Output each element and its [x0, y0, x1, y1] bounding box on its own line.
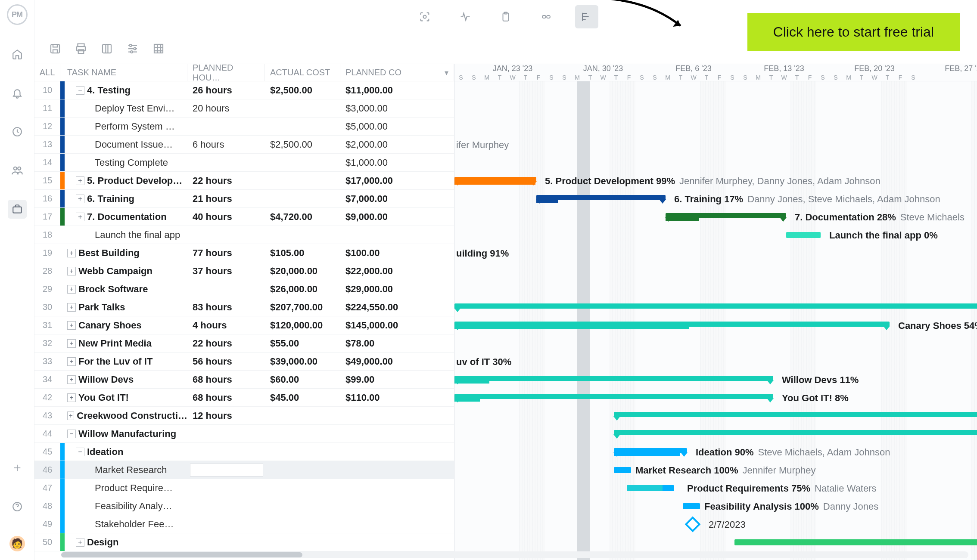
summary-bar[interactable]	[536, 195, 666, 200]
task-cell[interactable]: − Ideation	[65, 443, 187, 461]
task-cell[interactable]: Product Require…	[65, 479, 187, 497]
task-cell[interactable]: + Best Building	[65, 244, 187, 262]
actual-cost-cell[interactable]: $60.00	[265, 371, 340, 388]
table-row[interactable]: 14 Testing Complete $1,000.00	[34, 154, 454, 172]
task-cell[interactable]: + For the Luv of IT	[65, 353, 187, 370]
table-row[interactable]: 18 Launch the final app	[34, 226, 454, 244]
planned-cost-cell[interactable]	[340, 461, 418, 479]
gantt-chart[interactable]: JAN, 23 '23JAN, 30 '23FEB, 6 '23FEB, 13 …	[454, 64, 977, 560]
table-row[interactable]: 42 + You Got IT! 68 hours $45.00 $110.00	[34, 389, 454, 407]
table-row[interactable]: 44 − Willow Manufacturing	[34, 425, 454, 443]
column-planned-cost[interactable]: PLANNED CO▾	[340, 64, 454, 81]
collapse-icon[interactable]: −	[76, 86, 84, 95]
print-button[interactable]	[72, 40, 90, 57]
filter-button[interactable]	[124, 40, 141, 57]
task-bar[interactable]	[683, 503, 700, 509]
planned-cost-cell[interactable]	[340, 479, 418, 497]
task-cell[interactable]: Market Research	[65, 461, 187, 479]
start-trial-button[interactable]: Click here to start free trial	[747, 13, 960, 51]
summary-bar[interactable]	[614, 448, 687, 453]
actual-cost-cell[interactable]: $45.00	[265, 389, 340, 406]
expand-icon[interactable]: +	[76, 213, 84, 221]
edit-input[interactable]	[190, 464, 263, 476]
planned-hours-cell[interactable]	[187, 118, 265, 135]
task-cell[interactable]: Feasibility Analy…	[65, 497, 187, 515]
task-cell[interactable]: + You Got IT!	[65, 389, 187, 406]
user-avatar[interactable]: 🧑	[9, 536, 25, 551]
planned-cost-cell[interactable]: $99.00	[340, 371, 418, 388]
planned-cost-cell[interactable]: $3,000.00	[340, 99, 418, 117]
planned-hours-cell[interactable]: 77 hours	[187, 244, 265, 262]
planned-hours-cell[interactable]: 22 hours	[187, 172, 265, 189]
task-bar[interactable]	[627, 485, 674, 491]
task-cell[interactable]: + 5. Product Develop…	[65, 172, 187, 189]
actual-cost-cell[interactable]	[265, 99, 340, 117]
planned-hours-cell[interactable]: 37 hours	[187, 262, 265, 280]
actual-cost-cell[interactable]	[265, 515, 340, 533]
save-button[interactable]	[47, 40, 64, 57]
table-row[interactable]: 12 Perform System … $5,000.00	[34, 118, 454, 136]
planned-cost-cell[interactable]: $100.00	[340, 244, 418, 262]
actual-cost-cell[interactable]	[265, 172, 340, 189]
planned-hours-cell[interactable]: 83 hours	[187, 298, 265, 316]
nav-add[interactable]	[8, 458, 27, 477]
table-row[interactable]: 16 + 6. Training 21 hours $7,000.00	[34, 190, 454, 208]
planned-cost-cell[interactable]: $9,000.00	[340, 208, 418, 226]
expand-icon[interactable]: +	[76, 176, 84, 185]
expand-icon[interactable]: +	[67, 375, 76, 384]
planned-cost-cell[interactable]: $1,000.00	[340, 154, 418, 171]
planned-hours-cell[interactable]: 20 hours	[187, 99, 265, 117]
nav-portfolio[interactable]	[8, 200, 27, 219]
actual-cost-cell[interactable]	[265, 154, 340, 171]
task-cell[interactable]: Testing Complete	[65, 154, 187, 171]
actual-cost-cell[interactable]	[265, 407, 340, 424]
planned-hours-cell[interactable]	[187, 443, 265, 461]
planned-hours-cell[interactable]: 56 hours	[187, 353, 265, 370]
planned-cost-cell[interactable]: $11,000.00	[340, 81, 418, 99]
expand-icon[interactable]: +	[67, 285, 76, 294]
view-zoom-fit[interactable]	[413, 5, 436, 28]
expand-icon[interactable]: +	[67, 339, 76, 348]
actual-cost-cell[interactable]: $2,500.00	[265, 136, 340, 153]
task-cell[interactable]: + Design	[65, 533, 187, 551]
task-bar[interactable]	[614, 467, 631, 473]
planned-cost-cell[interactable]	[340, 425, 418, 442]
expand-icon[interactable]: +	[67, 249, 76, 257]
planned-hours-cell[interactable]	[187, 461, 265, 479]
actual-cost-cell[interactable]: $207,700.00	[265, 298, 340, 316]
task-cell[interactable]: + Canary Shoes	[65, 316, 187, 334]
planned-cost-cell[interactable]: $2,000.00	[340, 136, 418, 153]
actual-cost-cell[interactable]: $20,000.00	[265, 262, 340, 280]
task-cell[interactable]: Document Issue…	[65, 136, 187, 153]
planned-cost-cell[interactable]: $5,000.00	[340, 118, 418, 135]
task-cell[interactable]: − Willow Manufacturing	[65, 425, 187, 442]
summary-bar[interactable]	[454, 322, 890, 327]
actual-cost-cell[interactable]: $26,000.00	[265, 280, 340, 298]
task-cell[interactable]: Perform System …	[65, 118, 187, 135]
task-cell[interactable]: + Webb Campaign	[65, 262, 187, 280]
summary-bar[interactable]	[666, 213, 786, 218]
table-row[interactable]: 49 Stakeholder Fee…	[34, 515, 454, 533]
table-row[interactable]: 33 + For the Luv of IT 56 hours $39,000.…	[34, 353, 454, 371]
expand-icon[interactable]: +	[67, 321, 76, 330]
column-all[interactable]: ALL	[34, 64, 60, 81]
planned-hours-cell[interactable]	[187, 154, 265, 171]
planned-hours-cell[interactable]: 40 hours	[187, 208, 265, 226]
task-bar[interactable]	[786, 232, 821, 238]
column-actual-cost[interactable]: ACTUAL COST	[265, 64, 340, 81]
expand-icon[interactable]: +	[67, 267, 76, 275]
view-activity[interactable]	[454, 5, 477, 28]
actual-cost-cell[interactable]: $39,000.00	[265, 353, 340, 370]
planned-cost-cell[interactable]: $145,000.00	[340, 316, 418, 334]
table-row[interactable]: 48 Feasibility Analy…	[34, 497, 454, 515]
actual-cost-cell[interactable]: $4,720.00	[265, 208, 340, 226]
nav-time[interactable]	[8, 122, 27, 141]
planned-cost-cell[interactable]	[340, 443, 418, 461]
actual-cost-cell[interactable]	[265, 533, 340, 551]
summary-bar[interactable]	[454, 376, 773, 381]
task-cell[interactable]: Launch the final app	[65, 226, 187, 244]
planned-hours-cell[interactable]	[187, 226, 265, 244]
collapse-icon[interactable]: −	[76, 448, 84, 456]
planned-hours-cell[interactable]: 12 hours	[187, 407, 265, 424]
planned-cost-cell[interactable]: $17,000.00	[340, 172, 418, 189]
